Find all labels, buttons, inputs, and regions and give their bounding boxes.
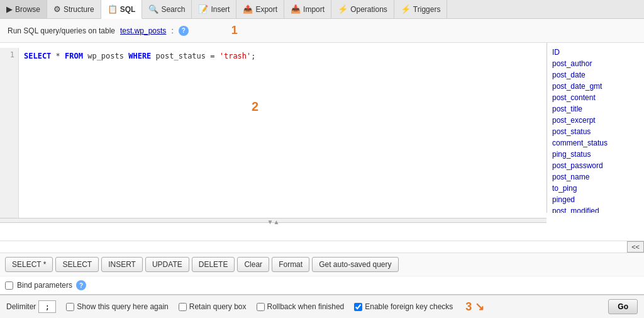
- field-list-item[interactable]: post_name: [550, 171, 641, 183]
- nav-insert[interactable]: 📝 Insert: [192, 0, 236, 18]
- rollback-checkbox[interactable]: [257, 303, 265, 311]
- title-prefix: Run SQL query/queries on table: [8, 26, 115, 35]
- show-query-item: Show this query here again: [66, 302, 168, 311]
- nav-triggers-label: Triggers: [413, 5, 441, 14]
- help-icon[interactable]: ?: [179, 26, 189, 36]
- nav-operations[interactable]: ⚡ Operations: [331, 0, 394, 18]
- delimiter-label: Delimiter: [6, 302, 36, 311]
- clear-button[interactable]: Clear: [237, 257, 269, 272]
- retain-query-checkbox[interactable]: [179, 303, 187, 311]
- nav-structure-label: Structure: [64, 5, 94, 14]
- button-toolbar: SELECT *SELECTINSERTUPDATEDELETEClearFor…: [0, 253, 644, 276]
- nav-browse-label: Browse: [15, 5, 40, 14]
- nav-sql-label: SQL: [120, 5, 136, 14]
- field-list-item[interactable]: post_password: [550, 160, 641, 171]
- sql-semi: ;: [251, 52, 255, 60]
- kw-where: WHERE: [128, 52, 151, 60]
- nav-sql[interactable]: 📋 SQL: [101, 0, 143, 19]
- nav-export-label: Export: [255, 5, 277, 14]
- operations-icon: ⚡: [338, 4, 348, 14]
- update-button[interactable]: UPDATE: [145, 257, 189, 272]
- main-area: 1 SELECT * FROM wp_posts WHERE post_stat…: [0, 43, 644, 241]
- search-icon: 🔍: [148, 4, 158, 14]
- foreign-key-item: Enable foreign key checks: [354, 302, 453, 311]
- select-button[interactable]: SELECT: [55, 257, 99, 272]
- get-autosaved-button[interactable]: Get auto-saved query: [312, 257, 398, 272]
- content-area: 1 SELECT * FROM wp_posts WHERE post_stat…: [0, 43, 644, 318]
- line-numbers: 1: [0, 48, 19, 218]
- retain-query-label: Retain query box: [189, 302, 247, 311]
- sql-value: 'trash': [219, 52, 252, 60]
- annotation-3: 3 ↘: [465, 300, 484, 314]
- nav-structure[interactable]: ⚙ Structure: [47, 0, 101, 18]
- title-bar: Run SQL query/queries on table test.wp_p…: [0, 19, 644, 43]
- sql-table: wp_posts: [83, 52, 128, 60]
- field-list-item[interactable]: post_modified: [550, 205, 641, 213]
- nav-import[interactable]: 📥 Import: [284, 0, 331, 18]
- bind-params-help-icon[interactable]: ?: [76, 280, 86, 290]
- retain-query-item: Retain query box: [179, 302, 247, 311]
- sql-star: *: [51, 52, 65, 60]
- field-list: IDpost_authorpost_datepost_date_gmtpost_…: [547, 43, 644, 213]
- foreign-key-checkbox[interactable]: [354, 303, 362, 311]
- field-list-item[interactable]: ID: [550, 47, 641, 58]
- resize-handle[interactable]: ▼▲: [0, 218, 547, 223]
- nav-import-label: Import: [303, 5, 325, 14]
- import-icon: 📥: [291, 4, 301, 14]
- nav-browse[interactable]: ▶ Browse: [0, 0, 47, 18]
- sql-display[interactable]: SELECT * FROM wp_posts WHERE post_status…: [19, 48, 547, 218]
- delimiter-input[interactable]: [38, 300, 56, 313]
- foreign-key-label: Enable foreign key checks: [365, 302, 453, 311]
- field-list-item[interactable]: post_status: [550, 126, 641, 137]
- title-colon: :: [171, 26, 173, 35]
- field-list-item[interactable]: ping_status: [550, 149, 641, 160]
- sql-editor-container: 1 SELECT * FROM wp_posts WHERE post_stat…: [0, 43, 547, 241]
- go-button[interactable]: Go: [608, 299, 638, 314]
- show-query-checkbox[interactable]: [66, 303, 74, 311]
- browse-icon: ▶: [6, 4, 13, 14]
- field-list-item[interactable]: post_title: [550, 103, 641, 115]
- select-star-button[interactable]: SELECT *: [5, 257, 53, 272]
- table-link[interactable]: test.wp_posts: [120, 26, 166, 35]
- field-list-item[interactable]: post_date_gmt: [550, 81, 641, 92]
- field-list-item[interactable]: to_ping: [550, 183, 641, 194]
- nav-operations-label: Operations: [350, 5, 387, 14]
- editor-with-lines: 1 SELECT * FROM wp_posts WHERE post_stat…: [0, 48, 547, 218]
- delimiter-item: Delimiter: [6, 300, 56, 313]
- rollback-label: Rollback when finished: [267, 302, 345, 311]
- top-navigation: ▶ Browse ⚙ Structure 📋 SQL 🔍 Search 📝 In…: [0, 0, 644, 19]
- sql-field: post_status =: [151, 52, 219, 60]
- show-query-label: Show this query here again: [77, 302, 168, 311]
- field-list-item[interactable]: post_date: [550, 69, 641, 81]
- format-button[interactable]: Format: [272, 257, 309, 272]
- insert-icon: 📝: [198, 4, 208, 14]
- line-number-1: 1: [4, 50, 14, 59]
- delete-button[interactable]: DELETE: [192, 257, 235, 272]
- field-list-item[interactable]: post_excerpt: [550, 115, 641, 126]
- bottom-bar: Delimiter Show this query here again Ret…: [0, 294, 644, 318]
- annotation-1: 1: [231, 24, 238, 37]
- structure-icon: ⚙: [53, 4, 61, 14]
- insert-button[interactable]: INSERT: [101, 257, 143, 272]
- bind-params-row: Bind parameters ?: [0, 276, 644, 294]
- field-scroll-bar: <<: [0, 241, 644, 253]
- bind-params-checkbox[interactable]: [5, 281, 13, 290]
- triggers-icon: ⚡: [401, 4, 411, 14]
- sql-icon: 📋: [108, 4, 118, 14]
- field-list-item[interactable]: post_author: [550, 58, 641, 69]
- kw-select: SELECT: [24, 52, 51, 60]
- rollback-item: Rollback when finished: [257, 302, 345, 311]
- field-list-item[interactable]: post_content: [550, 92, 641, 103]
- export-icon: 📤: [243, 4, 253, 14]
- nav-search-label: Search: [161, 5, 185, 14]
- scroll-left-button[interactable]: <<: [627, 241, 644, 253]
- annotation-2: 2: [252, 99, 258, 114]
- nav-export[interactable]: 📤 Export: [236, 0, 284, 18]
- nav-search[interactable]: 🔍 Search: [142, 0, 192, 18]
- field-list-item[interactable]: pinged: [550, 194, 641, 205]
- kw-from: FROM: [65, 52, 83, 60]
- nav-insert-label: Insert: [211, 5, 230, 14]
- nav-triggers[interactable]: ⚡ Triggers: [394, 0, 448, 18]
- bind-params-label: Bind parameters: [17, 281, 72, 290]
- field-list-item[interactable]: comment_status: [550, 137, 641, 149]
